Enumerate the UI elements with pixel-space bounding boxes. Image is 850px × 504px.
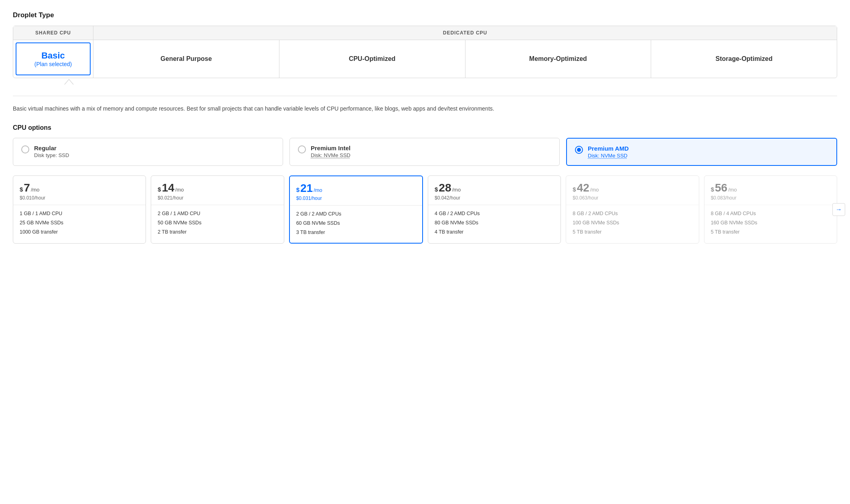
dedicated-cpu-section: DEDICATED CPU General Purpose CPU-Optimi… [93, 26, 837, 78]
pricing-top-7: $ 7 /mo $0.010/hour [13, 176, 146, 205]
spec-28-3: 4 TB transfer [435, 228, 554, 236]
price-period-7: /mo [31, 187, 40, 193]
price-period-56: /mo [728, 187, 737, 193]
price-dollar-7: $ [20, 186, 23, 193]
section-title: Droplet Type [13, 11, 837, 19]
divider-line [13, 96, 837, 96]
spec-56-1: 8 GB / 4 AMD CPUs [711, 210, 830, 218]
spec-28-2: 80 GB NVMe SSDs [435, 219, 554, 227]
price-amount-14: 14 [162, 181, 174, 194]
dedicated-cpu-header: DEDICATED CPU [93, 26, 837, 40]
droplet-type-container: SHARED CPU Basic (Plan selected) DEDICAT… [13, 26, 837, 78]
cpu-option-premium-amd[interactable]: Premium AMD Disk: NVMe SSD [566, 138, 837, 166]
spec-7-2: 25 GB NVMe SSDs [20, 219, 139, 227]
price-hourly-42: $0.063/hour [573, 195, 692, 201]
price-line-28: $ 28 /mo [435, 181, 554, 194]
pointer-triangle [64, 79, 74, 85]
spec-42-2: 100 GB NVMe SSDs [573, 219, 692, 227]
cpu-option-regular-name: Regular [34, 145, 69, 151]
pricing-card-21[interactable]: $ 21 /mo $0.031/hour 2 GB / 2 AMD CPUs 6… [289, 175, 423, 243]
pricing-top-42: $ 42 /mo $0.063/hour [566, 176, 698, 205]
price-line-56: $ 56 /mo [711, 181, 830, 194]
price-period-14: /mo [175, 187, 184, 193]
arrow-right-icon: → [836, 206, 842, 213]
cpu-option-premium-intel[interactable]: Premium Intel Disk: NVMe SSD [289, 138, 560, 166]
dedicated-options-row: General Purpose CPU-Optimized Memory-Opt… [93, 40, 837, 78]
spec-14-1: 2 GB / 1 AMD CPU [158, 210, 277, 218]
price-dollar-56: $ [711, 186, 714, 193]
cpu-options-row: Regular Disk type: SSD Premium Intel Dis… [13, 138, 837, 166]
pricing-bottom-14: 2 GB / 1 AMD CPU 50 GB NVMe SSDs 2 TB tr… [151, 205, 283, 242]
price-amount-28: 28 [439, 181, 451, 194]
spec-7-1: 1 GB / 1 AMD CPU [20, 210, 139, 218]
spec-28-1: 4 GB / 2 AMD CPUs [435, 210, 554, 218]
radio-premium-intel [298, 145, 306, 153]
pricing-top-56: $ 56 /mo $0.083/hour [704, 176, 837, 205]
pricing-card-28[interactable]: $ 28 /mo $0.042/hour 4 GB / 2 AMD CPUs 8… [428, 175, 561, 243]
price-amount-56: 56 [715, 181, 727, 194]
price-hourly-28: $0.042/hour [435, 195, 554, 201]
price-period-21: /mo [314, 187, 322, 193]
pricing-card-14[interactable]: $ 14 /mo $0.021/hour 2 GB / 1 AMD CPU 50… [151, 175, 284, 243]
price-dollar-14: $ [158, 186, 161, 193]
price-dollar-21: $ [296, 186, 300, 193]
price-line-21: $ 21 /mo [296, 182, 416, 195]
spec-21-1: 2 GB / 2 AMD CPUs [296, 210, 416, 218]
dedicated-option-general-purpose[interactable]: General Purpose [93, 40, 279, 78]
pricing-bottom-21: 2 GB / 2 AMD CPUs 60 GB NVMe SSDs 3 TB t… [290, 206, 422, 242]
cpu-option-regular-detail: Disk type: SSD [34, 152, 69, 158]
price-line-7: $ 7 /mo [20, 181, 139, 194]
plan-description: Basic virtual machines with a mix of mem… [13, 104, 837, 113]
cpu-option-premium-amd-name: Premium AMD [588, 145, 629, 152]
pricing-card-7[interactable]: $ 7 /mo $0.010/hour 1 GB / 1 AMD CPU 25 … [13, 175, 146, 243]
price-line-42: $ 42 /mo [573, 181, 692, 194]
cpu-option-premium-intel-detail: Disk: NVMe SSD [311, 152, 350, 158]
price-hourly-21: $0.031/hour [296, 196, 416, 201]
cpu-option-regular[interactable]: Regular Disk type: SSD [13, 138, 283, 166]
pricing-top-21: $ 21 /mo $0.031/hour [290, 176, 422, 206]
price-dollar-42: $ [573, 186, 576, 193]
pricing-bottom-28: 4 GB / 2 AMD CPUs 80 GB NVMe SSDs 4 TB t… [428, 205, 561, 242]
pricing-bottom-56: 8 GB / 4 AMD CPUs 160 GB NVMe SSDs 5 TB … [704, 205, 837, 242]
price-period-42: /mo [590, 187, 599, 193]
price-amount-42: 42 [577, 181, 589, 194]
spec-56-2: 160 GB NVMe SSDs [711, 219, 830, 227]
pricing-card-56[interactable]: $ 56 /mo $0.083/hour 8 GB / 4 AMD CPUs 1… [704, 175, 837, 243]
pricing-card-42[interactable]: $ 42 /mo $0.063/hour 8 GB / 2 AMD CPUs 1… [566, 175, 699, 243]
cpu-option-premium-amd-detail: Disk: NVMe SSD [588, 153, 629, 159]
basic-plan-name: Basic [26, 50, 80, 61]
spec-42-1: 8 GB / 2 AMD CPUs [573, 210, 692, 218]
cpu-options-title: CPU options [13, 124, 837, 131]
price-hourly-7: $0.010/hour [20, 195, 139, 201]
price-hourly-56: $0.083/hour [711, 195, 830, 201]
radio-premium-amd [575, 146, 583, 154]
pointer-container [13, 79, 837, 90]
price-hourly-14: $0.021/hour [158, 195, 277, 201]
dedicated-option-memory-optimized[interactable]: Memory-Optimized [465, 40, 652, 78]
cpu-option-premium-intel-name: Premium Intel [311, 145, 350, 151]
basic-plan-button[interactable]: Basic (Plan selected) [16, 42, 91, 75]
price-line-14: $ 14 /mo [158, 181, 277, 194]
pricing-bottom-42: 8 GB / 2 AMD CPUs 100 GB NVMe SSDs 5 TB … [566, 205, 698, 242]
spec-14-3: 2 TB transfer [158, 228, 277, 236]
scroll-right-arrow[interactable]: → [832, 203, 845, 216]
shared-cpu-header: SHARED CPU [13, 26, 93, 40]
dedicated-option-storage-optimized[interactable]: Storage-Optimized [651, 40, 837, 78]
shared-cpu-section: SHARED CPU Basic (Plan selected) [13, 26, 93, 78]
pricing-bottom-7: 1 GB / 1 AMD CPU 25 GB NVMe SSDs 1000 GB… [13, 205, 146, 242]
spec-42-3: 5 TB transfer [573, 228, 692, 236]
pricing-top-28: $ 28 /mo $0.042/hour [428, 176, 561, 205]
basic-plan-status: (Plan selected) [26, 61, 80, 67]
dedicated-option-cpu-optimized[interactable]: CPU-Optimized [279, 40, 465, 78]
cpu-option-regular-info: Regular Disk type: SSD [34, 145, 69, 158]
price-amount-21: 21 [300, 182, 313, 195]
cpu-option-premium-intel-info: Premium Intel Disk: NVMe SSD [311, 145, 350, 158]
price-dollar-28: $ [435, 186, 438, 193]
price-period-28: /mo [452, 187, 461, 193]
spec-21-3: 3 TB transfer [296, 229, 416, 236]
pricing-cards-row: $ 7 /mo $0.010/hour 1 GB / 1 AMD CPU 25 … [13, 175, 837, 243]
price-amount-7: 7 [24, 181, 30, 194]
spec-21-2: 60 GB NVMe SSDs [296, 220, 416, 227]
cpu-option-premium-amd-info: Premium AMD Disk: NVMe SSD [588, 145, 629, 159]
pricing-top-14: $ 14 /mo $0.021/hour [151, 176, 283, 205]
